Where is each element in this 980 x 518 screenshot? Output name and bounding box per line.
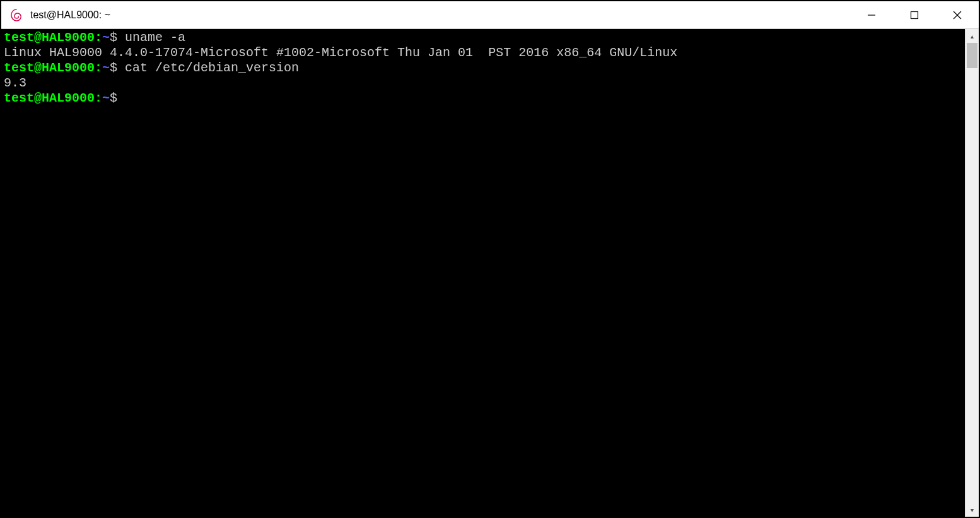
minimize-button[interactable]	[850, 1, 893, 28]
vertical-scrollbar[interactable]: ▴ ▾	[965, 29, 979, 517]
prompt-user: test@HAL9000	[4, 30, 95, 45]
maximize-button[interactable]	[893, 1, 936, 28]
prompt-path: ~	[102, 30, 110, 45]
prompt-user: test@HAL9000	[4, 61, 95, 75]
terminal-viewport[interactable]: test@HAL9000:~$ uname -a Linux HAL9000 4…	[1, 29, 965, 517]
prompt-sep: :	[95, 91, 102, 105]
chevron-down-icon: ▾	[971, 507, 974, 514]
chevron-up-icon: ▴	[971, 33, 974, 40]
window-title: test@HAL9000: ~	[30, 9, 110, 21]
prompt-sep: :	[95, 30, 102, 45]
terminal-output: Linux HAL9000 4.4.0-17074-Microsoft #100…	[4, 45, 677, 60]
prompt-path: ~	[102, 91, 110, 105]
content-area: test@HAL9000:~$ uname -a Linux HAL9000 4…	[1, 29, 979, 517]
scroll-up-button[interactable]: ▴	[965, 29, 979, 43]
scroll-down-button[interactable]: ▾	[965, 503, 979, 517]
debian-swirl-icon	[9, 8, 24, 23]
svg-rect-1	[911, 11, 918, 18]
titlebar-left: test@HAL9000: ~	[1, 8, 850, 23]
terminal-output: 9.3	[4, 76, 26, 90]
command-text: uname -a	[125, 30, 185, 45]
terminal-line: test@HAL9000:~$ uname -a	[4, 30, 185, 45]
minimize-icon	[867, 11, 876, 20]
terminal-line: test@HAL9000:~$ cat /etc/debian_version	[4, 61, 299, 75]
scroll-thumb[interactable]	[967, 43, 977, 68]
close-button[interactable]	[936, 1, 979, 28]
terminal-window: test@HAL9000: ~ test@HAL9000:~$ uname -a…	[1, 1, 979, 517]
prompt-user: test@HAL9000	[4, 91, 95, 105]
window-controls	[850, 1, 979, 28]
prompt-sep: :	[95, 61, 102, 75]
maximize-icon	[910, 11, 919, 20]
prompt-end: $	[110, 61, 125, 75]
close-icon	[953, 11, 962, 20]
command-text: cat /etc/debian_version	[125, 61, 299, 75]
prompt-path: ~	[102, 61, 110, 75]
titlebar[interactable]: test@HAL9000: ~	[1, 1, 979, 29]
scroll-track[interactable]	[965, 43, 979, 503]
prompt-end: $	[110, 30, 125, 45]
terminal-line: test@HAL9000:~$	[4, 91, 125, 105]
prompt-end: $	[110, 91, 125, 105]
